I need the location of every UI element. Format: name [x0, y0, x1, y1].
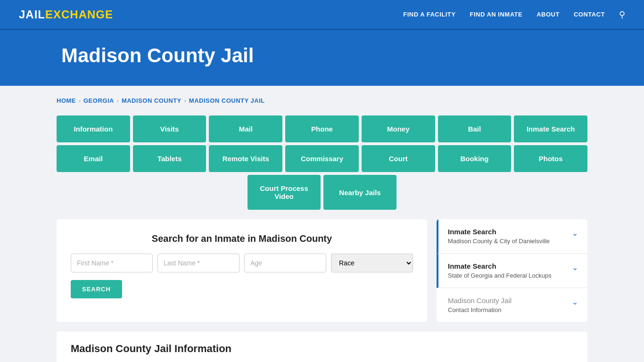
chevron-down-icon-3: ⌄	[572, 297, 578, 306]
main-nav: FIND A FACILITY FIND AN INMATE ABOUT CON…	[403, 9, 625, 20]
btn-court-process-video[interactable]: Court Process Video	[248, 175, 321, 210]
btn-photos[interactable]: Photos	[514, 145, 587, 172]
breadcrumb-jail[interactable]: Madison County Jail	[189, 97, 265, 104]
age-input[interactable]	[244, 254, 326, 272]
btn-inmate-search[interactable]: Inmate Search	[514, 115, 587, 142]
btn-commissary[interactable]: Commissary	[285, 145, 359, 172]
btn-email[interactable]: Email	[57, 145, 130, 172]
breadcrumb-sep-3: ›	[184, 98, 186, 104]
btn-bail[interactable]: Bail	[438, 115, 512, 142]
btn-money[interactable]: Money	[362, 115, 435, 142]
sidebar-item-subtitle-1: Madison County & City of Danielsville	[448, 238, 550, 245]
grid-row-1: Information Visits Mail Phone Money Bail…	[57, 115, 587, 142]
btn-court[interactable]: Court	[362, 145, 435, 172]
breadcrumb-home[interactable]: Home	[57, 97, 76, 104]
sidebar-item-inmate-search-georgia[interactable]: Inmate Search State of Georgia and Feder…	[437, 254, 587, 288]
search-title: Search for an Inmate in Madison County	[71, 233, 413, 244]
page-title: Madison County Jail	[61, 44, 625, 67]
search-inputs: Race White Black Hispanic Asian Other	[71, 254, 413, 272]
btn-nearby-jails[interactable]: Nearby Jails	[323, 175, 396, 210]
breadcrumb: Home › Georgia › Madison County › Madiso…	[57, 97, 587, 104]
grid-row-3: Court Process Video Nearby Jails	[57, 175, 587, 210]
hero-band: Madison County Jail	[0, 30, 644, 86]
inmate-search-box: Search for an Inmate in Madison County R…	[57, 219, 427, 322]
breadcrumb-sep-2: ›	[117, 98, 119, 104]
btn-booking[interactable]: Booking	[438, 145, 512, 172]
sidebar-item-title-1: Inmate Search	[448, 228, 550, 236]
grid-row-2: Email Tablets Remote Visits Commissary C…	[57, 145, 587, 172]
site-header: JAILEXCHANGE FIND A FACILITY FIND AN INM…	[0, 0, 644, 30]
content-section: Search for an Inmate in Madison County R…	[57, 219, 587, 322]
logo-exchange: EXCHANGE	[45, 8, 113, 21]
chevron-down-icon-2: ⌄	[572, 263, 578, 272]
btn-mail[interactable]: Mail	[209, 115, 282, 142]
sidebar-item-title-3: Madison County Jail	[448, 296, 512, 304]
sidebar-item-subtitle-3: Contact Information	[448, 306, 512, 313]
breadcrumb-sep-1: ›	[79, 98, 81, 104]
sidebar-item-contact-info[interactable]: Madison County Jail Contact Information …	[437, 288, 587, 322]
chevron-down-icon-1: ⌄	[572, 229, 578, 238]
sidebar-item-title-2: Inmate Search	[448, 262, 552, 270]
sidebar-item-subtitle-2: State of Georgia and Federal Lockups	[448, 272, 552, 279]
jail-info-heading: Madison County Jail Information	[71, 343, 573, 355]
first-name-input[interactable]	[71, 254, 153, 272]
logo-jail: JAIL	[19, 8, 45, 21]
sidebar-item-inmate-search-madison[interactable]: Inmate Search Madison County & City of D…	[437, 219, 587, 254]
sidebar-info: Inmate Search Madison County & City of D…	[437, 219, 587, 322]
site-logo[interactable]: JAILEXCHANGE	[19, 8, 113, 21]
jail-info-section: Madison County Jail Information	[57, 331, 587, 362]
main-content: Home › Georgia › Madison County › Madiso…	[0, 86, 644, 362]
race-select[interactable]: Race White Black Hispanic Asian Other	[331, 254, 413, 272]
btn-information[interactable]: Information	[57, 115, 130, 142]
breadcrumb-madison-county[interactable]: Madison County	[122, 97, 182, 104]
last-name-input[interactable]	[157, 254, 239, 272]
breadcrumb-georgia[interactable]: Georgia	[83, 97, 114, 104]
nav-find-facility[interactable]: FIND A FACILITY	[403, 11, 455, 18]
btn-visits[interactable]: Visits	[133, 115, 206, 142]
nav-about[interactable]: ABOUT	[537, 11, 560, 18]
search-icon[interactable]: ⚲	[619, 9, 625, 20]
btn-phone[interactable]: Phone	[285, 115, 359, 142]
btn-remote-visits[interactable]: Remote Visits	[209, 145, 282, 172]
search-button[interactable]: SEARCH	[71, 280, 122, 298]
nav-find-inmate[interactable]: FIND AN INMATE	[470, 11, 522, 18]
nav-contact[interactable]: CONTACT	[574, 11, 605, 18]
btn-tablets[interactable]: Tablets	[133, 145, 206, 172]
